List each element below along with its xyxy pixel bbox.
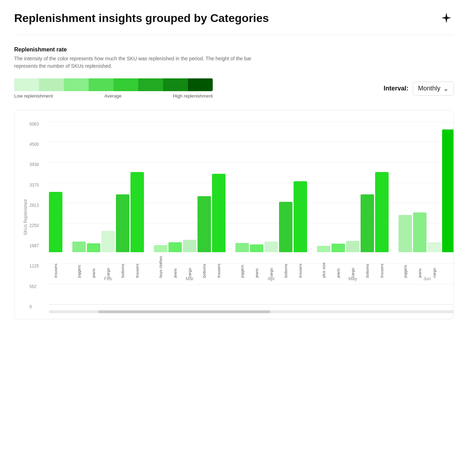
interval-value: Monthly [418,85,440,92]
bar-wrapper-may-trousers: trousers [375,172,389,278]
bar-label-may-cargo: cargo [351,254,355,278]
bars-wrapper: trousers joggers jeans [49,122,454,306]
bar-label-mar-jeans: jeans [173,254,177,278]
scrollbar-thumb[interactable] [98,310,270,313]
bar-label-may-trousers: trousers [380,254,384,278]
bar-wrapper-feb-joggers: joggers [72,242,86,278]
bar-label-may-plussize: plus size [322,254,326,278]
scrollbar-track[interactable] [49,310,454,313]
legend-row: Low replenishment Average High replenish… [14,78,454,99]
month-label-feb: Feb [104,276,112,281]
y-tick-0: 0 [29,304,32,309]
bar-mar-cargo [183,240,196,252]
bar-feb-trousers [130,172,144,252]
y-tick-1125: 1125 [29,264,39,269]
bar-label-feb-cargo: cargo [106,254,110,278]
sparkle-icon [439,11,454,26]
bar-wrapper-apr-joggers: joggers [235,243,249,278]
color-segment-8 [188,78,213,91]
bar-label-mar-bottoms: bottoms [202,254,206,278]
bar-wrapper-mar-cargo: cargo [183,240,196,278]
section-description: The intensity of the color represents ho… [14,55,262,70]
section-label: Replenishment rate [14,46,454,53]
chevron-down-icon: ⌄ [443,85,448,93]
page-title: Replenishment insights grouped by Catego… [14,11,269,25]
bar-jun-joggers [399,215,412,252]
bar-wrapper-jan-trousers: trousers [49,192,62,278]
legend-labels: Low replenishment Average High replenish… [14,93,213,99]
color-segment-4 [89,78,113,91]
chart-container: SKUs Replenished 5063 4500 3938 3375 281… [14,110,454,319]
legend-label-average: Average [104,93,121,99]
month-group-feb: joggers jeans cargo bottoms [72,172,144,278]
y-tick-2813: 2813 [29,203,39,208]
bar-wrapper-apr-cargo: cargo [264,242,278,278]
month-group-apr: joggers jeans cargo bottoms [235,181,307,278]
legend-label-low: Low replenishment [14,93,53,99]
month-group-may: plus size jeans cargo bottoms [317,172,389,278]
bar-wrapper-feb-trousers: trousers [130,172,144,278]
color-segment-3 [64,78,89,91]
bar-apr-bottoms [279,202,292,252]
interval-label: Interval: [384,85,408,92]
bar-may-bottoms [361,194,374,252]
bars-scroll-area[interactable]: trousers joggers jeans [49,122,454,308]
y-tick-2250: 2250 [29,223,39,228]
color-segment-5 [113,78,138,91]
bar-wrapper-jun-cargo: cargo [428,242,441,278]
bar-jun-cargo [428,242,441,252]
bar-label-feb-joggers: joggers [77,254,81,278]
bar-wrapper-may-cargo: cargo [346,241,360,278]
bar-mar-boysclothes [154,245,167,252]
bar-wrapper-mar-trousers: trousers [212,174,225,278]
month-label-mar: Mar [186,276,194,281]
y-tick-1687: 1687 [29,243,39,248]
bar-label-mar-boysclothes: boys clothes [158,254,163,278]
interval-select[interactable]: Monthly ⌄ [413,82,454,96]
bar-may-trousers [375,172,389,252]
bar-label-jan-trousers: trousers [54,254,58,278]
bar-wrapper-mar-bottoms: bottoms [197,196,211,278]
bar-wrapper-apr-jeans: jeans [250,244,263,278]
bar-label-feb-jeans: jeans [91,254,96,278]
bar-wrapper-feb-jeans: jeans [87,243,100,278]
bar-label-feb-trousers: trousers [135,254,139,278]
bar-mar-bottoms [197,196,211,252]
bar-wrapper-may-bottoms: bottoms [361,194,374,278]
y-tick-3375: 3375 [29,183,39,188]
bar-label-jun-cargo: cargo [432,254,436,278]
color-bar [14,78,213,91]
bar-label-apr-trousers: trousers [298,254,302,278]
page-header: Replenishment insights grouped by Catego… [14,11,454,35]
bar-mar-jeans [168,242,182,252]
color-segment-1 [14,78,39,91]
bar-jun-tall [442,129,454,252]
bar-wrapper-mar-jeans: jeans [168,242,182,278]
bar-label-jun-joggers: joggers [403,254,407,278]
interval-control: Interval: Monthly ⌄ [384,82,454,96]
bar-feb-jeans [87,243,100,252]
bar-feb-cargo [101,231,115,252]
month-label-jun: Jun [423,276,431,281]
bar-label-feb-bottoms: bottoms [121,254,125,278]
bar-apr-joggers [235,243,249,252]
bar-wrapper-may-plussize: plus size [317,246,330,278]
bar-may-jeans [332,244,345,252]
month-label-apr: Apr [268,276,275,281]
y-axis-label: SKUs Replenished [23,125,28,310]
bar-wrapper-may-jeans: jeans [332,244,345,278]
y-tick-3938: 3938 [29,162,39,167]
bar-label-apr-joggers: joggers [240,254,244,278]
bar-mar-trousers [212,174,225,252]
bar-wrapper-jun-tall [442,129,454,278]
bar-may-plussize [317,246,330,252]
color-segment-2 [39,78,64,91]
bar-apr-cargo [264,242,278,252]
y-tick-4500: 4500 [29,142,39,147]
bar-label-apr-cargo: cargo [269,254,273,278]
month-group-jan: trousers [49,192,62,278]
bar-wrapper-jun-joggers: joggers [399,215,412,278]
month-group-mar: boys clothes jeans cargo bottoms [154,174,225,278]
y-tick-5063: 5063 [29,122,39,127]
bar-label-mar-cargo: cargo [188,254,192,278]
